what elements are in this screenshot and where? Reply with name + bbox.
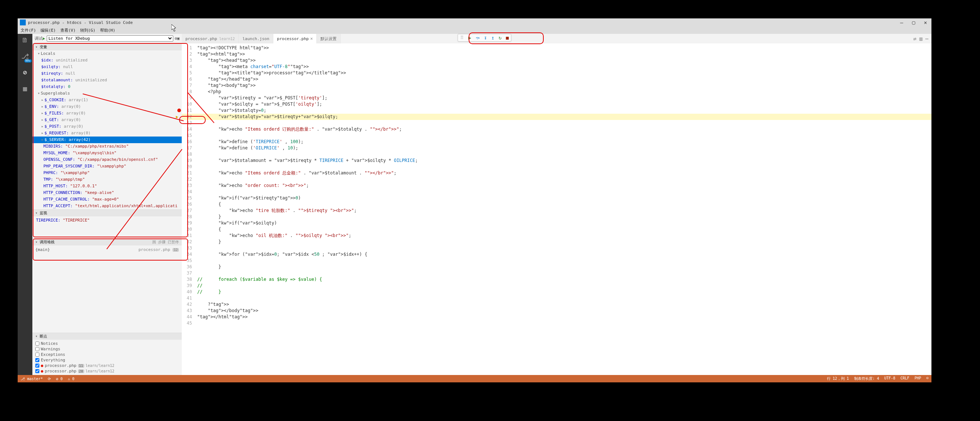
code-line[interactable]: "tag"><head"tag">> xyxy=(197,57,931,64)
var-row[interactable]: MIBDIRS: "C:/xampp/php/extras/mibs" xyxy=(32,143,182,150)
section-variables[interactable]: ▾ 变量 xyxy=(32,43,182,50)
gutter-line[interactable]: 38 xyxy=(182,276,192,282)
breakpoint-icon[interactable] xyxy=(177,108,181,112)
code-line[interactable] xyxy=(197,270,931,276)
gear-icon[interactable]: ⚙ xyxy=(175,36,177,41)
code-line[interactable]: // } xyxy=(197,289,931,295)
gutter-line[interactable]: 10 xyxy=(182,101,192,107)
bp-option[interactable]: Notices xyxy=(35,341,179,346)
gutter-line[interactable]: 14 xyxy=(182,126,192,132)
code-line[interactable]: "tag"><html"tag">> xyxy=(197,51,931,57)
code-line[interactable]: "var">$tireqty = "var">$_POST['tireqty']… xyxy=(197,95,931,101)
gutter-line[interactable]: 5 xyxy=(182,70,192,76)
code-line[interactable]: { xyxy=(197,226,931,233)
bp-file[interactable]: ●processor.php 11 learn/learn12 xyxy=(35,363,179,368)
gutter-line[interactable]: 17 xyxy=(182,145,192,151)
gutter-line[interactable]: 39 xyxy=(182,282,192,289)
gutter-line[interactable]: 6 xyxy=(182,76,192,83)
gutter-line[interactable]: 15 xyxy=(182,132,192,139)
code-line[interactable] xyxy=(197,258,931,264)
code-line[interactable]: "kw">for ("var">$idx=0; "var">$idx <50 ;… xyxy=(197,251,931,258)
code-line[interactable]: "tag"><title"tag">>processor"tag"></titl… xyxy=(197,70,931,76)
tab[interactable]: processor.phplearn12 xyxy=(182,34,239,43)
gutter-line[interactable]: 25 xyxy=(182,195,192,201)
var-row[interactable]: ▸$_GET: array(0) xyxy=(32,116,182,123)
gutter-line[interactable]: 36 xyxy=(182,264,192,270)
menu-file[interactable]: 文件(F) xyxy=(21,28,36,33)
var-row[interactable]: PHP_PEAR_SYSCONF_DIR: "\xampp\php" xyxy=(32,163,182,170)
gutter-line[interactable]: 33 xyxy=(182,245,192,251)
editor[interactable]: 1234567891011▶12131415161718192021222324… xyxy=(182,43,931,375)
gutter-line[interactable]: 20 xyxy=(182,164,192,170)
code-line[interactable]: "tag"><!DOCTYPE html"tag">> xyxy=(197,45,931,51)
gutter-line[interactable]: 42 xyxy=(182,301,192,308)
bp-checkbox[interactable] xyxy=(35,347,39,351)
status-warnings[interactable]: ⚠ 0 xyxy=(68,377,74,381)
var-row[interactable]: HTTP_HOST: "127.0.0.1" xyxy=(32,183,182,190)
code-line[interactable]: "kw">if("var">$tireqty"tag">>0) xyxy=(197,195,931,201)
gutter-line[interactable]: 11 xyxy=(182,107,192,114)
tab[interactable]: 默认设置 xyxy=(317,34,340,43)
var-row[interactable]: ▸$_REQUEST: array(0) xyxy=(32,130,182,137)
code-line[interactable]: "kw">define ('OILPRICE' , 10); xyxy=(197,145,931,151)
step-over-icon[interactable]: ⤼ xyxy=(476,35,480,40)
var-row[interactable]: HTTP_CONNECTION: "keep-alive" xyxy=(32,190,182,196)
section-watch[interactable]: ▾ 监视 xyxy=(32,209,182,216)
section-breakpoints[interactable]: ▾ 断点 xyxy=(32,333,182,340)
code-line[interactable]: "kw">echo "order count: "><br">>"; xyxy=(197,183,931,189)
bp-checkbox[interactable] xyxy=(35,369,39,373)
code-line[interactable]: "kw">echo "Items orderd 总金额:" . "var">$t… xyxy=(197,170,931,176)
gutter-line[interactable]: 40 xyxy=(182,289,192,295)
gutter-line[interactable]: 28 xyxy=(182,214,192,220)
activity-bar[interactable]: 🗎 ⎇ ⊘ ▦ xyxy=(18,34,32,375)
code-line[interactable]: "tag"></head"tag">> xyxy=(197,76,931,83)
locals-hdr[interactable]: ▾Locals xyxy=(32,50,182,57)
code-line[interactable] xyxy=(197,320,931,327)
gutter-line[interactable]: 2 xyxy=(182,51,192,57)
code-line[interactable] xyxy=(197,120,931,126)
bp-checkbox[interactable] xyxy=(35,341,39,346)
code-line[interactable] xyxy=(197,189,931,195)
restart-icon[interactable]: ↻ xyxy=(498,35,501,40)
status-sync[interactable]: ⟳ xyxy=(48,377,51,381)
gutter-line[interactable]: 44 xyxy=(182,314,192,320)
bp-option[interactable]: Exceptions xyxy=(35,352,179,357)
gutter-line[interactable]: 3 xyxy=(182,57,192,64)
gutter-line[interactable]: 23 xyxy=(182,183,192,189)
var-row[interactable]: OPENSSL_CONF: "C:/xampp/apache/bin/opens… xyxy=(32,156,182,163)
bp-option[interactable]: Everything xyxy=(35,357,179,363)
var-row[interactable]: $oilqty: null xyxy=(32,64,182,70)
gutter-line[interactable]: 1 xyxy=(182,45,192,51)
gutter-line[interactable]: 26 xyxy=(182,201,192,207)
gutter-line[interactable]: 21 xyxy=(182,170,192,176)
gutter-line[interactable]: 45 xyxy=(182,320,192,327)
var-row[interactable]: PHPRC: "\xampp\php" xyxy=(32,170,182,176)
bp-file[interactable]: ●processor.php 28 learn/learn12 xyxy=(35,368,179,374)
status-pos[interactable]: 行 12，列 1 xyxy=(827,376,849,381)
gutter-line[interactable]: 4 xyxy=(182,64,192,70)
bp-checkbox[interactable] xyxy=(35,358,39,362)
code-line[interactable] xyxy=(197,151,931,158)
gutter-line[interactable]: 43 xyxy=(182,308,192,314)
gutter-line[interactable]: 16 xyxy=(182,139,192,145)
close-tab-icon[interactable]: × xyxy=(310,36,313,41)
gutter-line[interactable]: 35 xyxy=(182,258,192,264)
status-feedback[interactable]: ☺ xyxy=(926,376,929,381)
code-line[interactable] xyxy=(197,164,931,170)
code-line[interactable]: "tag"></body"tag">> xyxy=(197,308,931,314)
split-icon[interactable]: ▥ xyxy=(919,36,922,41)
step-into-icon[interactable]: ↧ xyxy=(484,35,487,40)
code-line[interactable]: "kw">echo "oil 机油数:" . "">$oilqty "><br"… xyxy=(197,233,931,239)
continue-icon[interactable]: ▶ xyxy=(468,35,471,40)
var-row[interactable]: ▸$_ENV: array(0) xyxy=(32,104,182,110)
ext-icon[interactable]: ▦ xyxy=(21,85,29,94)
code-line[interactable]: <?php xyxy=(197,89,931,95)
code-line[interactable]: "tag"></html"tag">> xyxy=(197,314,931,320)
var-row[interactable]: MYSQL_HOME: "\xampp\mysql\bin" xyxy=(32,150,182,156)
gutter-line[interactable]: ▶12 xyxy=(182,114,192,120)
code-line[interactable] xyxy=(197,132,931,139)
bp-checkbox[interactable] xyxy=(35,352,39,357)
gutter-line[interactable]: 7 xyxy=(182,83,192,89)
bp-checkbox[interactable] xyxy=(35,364,39,368)
status-eol[interactable]: CRLF xyxy=(900,376,909,381)
